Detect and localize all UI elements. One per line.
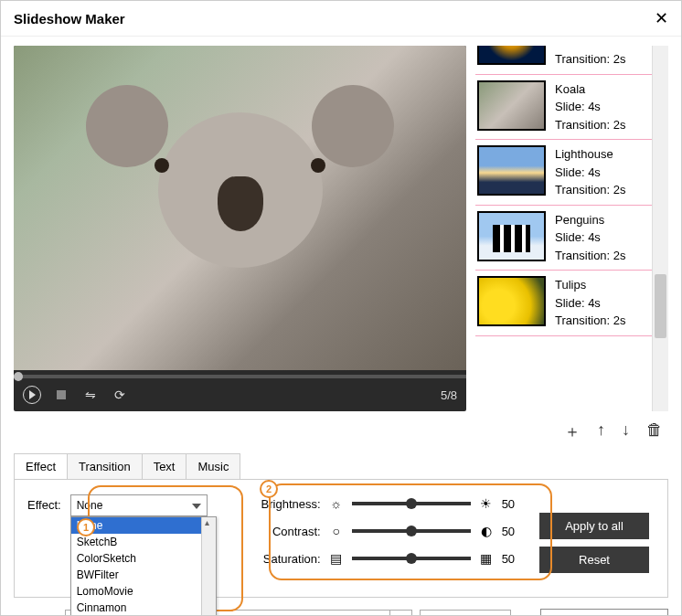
slide-duration: Slide: 4s: [555, 228, 626, 247]
slide-transition: Transition: 2s: [555, 116, 626, 134]
slides-scrollbar[interactable]: [652, 46, 668, 411]
badge-1: 1: [77, 518, 95, 536]
aspect-ratio-select[interactable]: 16:9: [420, 610, 511, 616]
preview-pane: ⇋ ⟳ 5/8: [14, 46, 466, 411]
slide-name: Tulips: [555, 276, 626, 294]
apply-to-all-button[interactable]: Apply to all: [539, 513, 649, 539]
effect-option[interactable]: ColorSketch: [71, 550, 216, 567]
effect-option[interactable]: LomoMovie: [71, 583, 216, 600]
play-button[interactable]: [23, 386, 41, 404]
slide-thumb: [477, 80, 546, 131]
slide-transition: Transition: 2s: [555, 247, 626, 265]
effect-option[interactable]: SketchB: [71, 534, 216, 550]
window-title: Slideshow Maker: [14, 11, 125, 27]
browse-button[interactable]: ···: [389, 611, 411, 616]
effect-option[interactable]: Cinnamon: [71, 600, 216, 616]
slide-item[interactable]: TulipsSlide: 4sTransition: 2s: [475, 270, 652, 336]
slide-thumb: [477, 145, 546, 196]
tab-transition[interactable]: Transition: [67, 453, 143, 480]
slide-meta: PenguinsSlide: 4sTransition: 2s: [555, 211, 626, 265]
slide-thumb: [477, 211, 546, 261]
contrast-high-icon: ◐: [478, 524, 495, 538]
brightness-value: 50: [502, 497, 522, 511]
move-up-icon[interactable]: ↑: [597, 420, 605, 442]
contrast-low-icon: ○: [328, 524, 345, 538]
slide-item[interactable]: LighthouseSlide: 4sTransition: 2s: [475, 139, 652, 206]
contrast-value: 50: [502, 525, 522, 538]
effect-select[interactable]: None: [70, 494, 208, 516]
effect-option[interactable]: BWFilter: [71, 567, 216, 583]
slide-item[interactable]: KoalaSlide: 4sTransition: 2s: [475, 74, 652, 141]
slide-item[interactable]: JellyfishSlide: 4sTransition: 2s: [475, 46, 652, 75]
stop-button[interactable]: [52, 386, 70, 404]
slide-thumb: [477, 46, 546, 65]
saturation-low-icon: ▤: [328, 551, 345, 566]
slide-transition: Transition: 2s: [555, 181, 626, 199]
slide-counter: 5/8: [441, 388, 457, 402]
brightness-low-icon: ☼: [328, 496, 345, 511]
saturation-value: 50: [502, 552, 522, 566]
brightness-high-icon: ☀: [478, 496, 495, 511]
close-icon[interactable]: ✕: [655, 10, 668, 27]
reset-button[interactable]: Reset: [539, 547, 649, 573]
tab-effect[interactable]: Effect: [14, 453, 68, 480]
preview-image: [14, 46, 466, 370]
slide-meta: LighthouseSlide: 4sTransition: 2s: [555, 145, 626, 199]
slide-duration: Slide: 4s: [555, 98, 626, 116]
brightness-label: Brightness:: [250, 497, 321, 511]
add-slide-icon[interactable]: ＋: [564, 420, 581, 442]
slide-name: Lighthouse: [555, 145, 626, 164]
slide-meta: TulipsSlide: 4sTransition: 2s: [555, 276, 626, 330]
saturation-high-icon: ▦: [478, 551, 495, 566]
slide-item[interactable]: PenguinsSlide: 4sTransition: 2s: [475, 205, 652, 271]
slides-list[interactable]: JellyfishSlide: 4sTransition: 2sKoalaSli…: [475, 46, 652, 411]
slide-meta: KoalaSlide: 4sTransition: 2s: [555, 80, 626, 134]
save-to-mp4-button[interactable]: Save to mp4: [540, 609, 668, 616]
tab-music[interactable]: Music: [186, 453, 240, 480]
badge-2: 2: [260, 480, 278, 498]
tab-text[interactable]: Text: [142, 453, 187, 480]
slide-thumb: [477, 276, 546, 326]
slide-duration: Slide: 4s: [555, 164, 626, 182]
slide-transition: Transition: 2s: [555, 50, 626, 69]
slide-duration: Slide: 4s: [555, 294, 626, 313]
contrast-slider[interactable]: [352, 529, 471, 533]
delete-slide-icon[interactable]: 🗑: [646, 420, 663, 442]
saturation-label: Saturation:: [250, 552, 321, 566]
slide-name: Koala: [555, 80, 626, 99]
brightness-slider[interactable]: [352, 502, 471, 505]
slide-name: Penguins: [555, 211, 626, 229]
slide-meta: JellyfishSlide: 4sTransition: 2s: [555, 46, 626, 69]
slide-transition: Transition: 2s: [555, 312, 626, 330]
effect-label: Effect:: [27, 494, 61, 512]
contrast-label: Contrast:: [250, 525, 321, 538]
rotate-icon[interactable]: ⟳: [111, 386, 129, 404]
move-down-icon[interactable]: ↓: [622, 420, 630, 442]
flip-horizontal-icon[interactable]: ⇋: [81, 386, 100, 404]
koala-placeholder: [104, 94, 376, 322]
saturation-slider[interactable]: [352, 557, 471, 560]
options-scrollbar[interactable]: [201, 517, 216, 616]
